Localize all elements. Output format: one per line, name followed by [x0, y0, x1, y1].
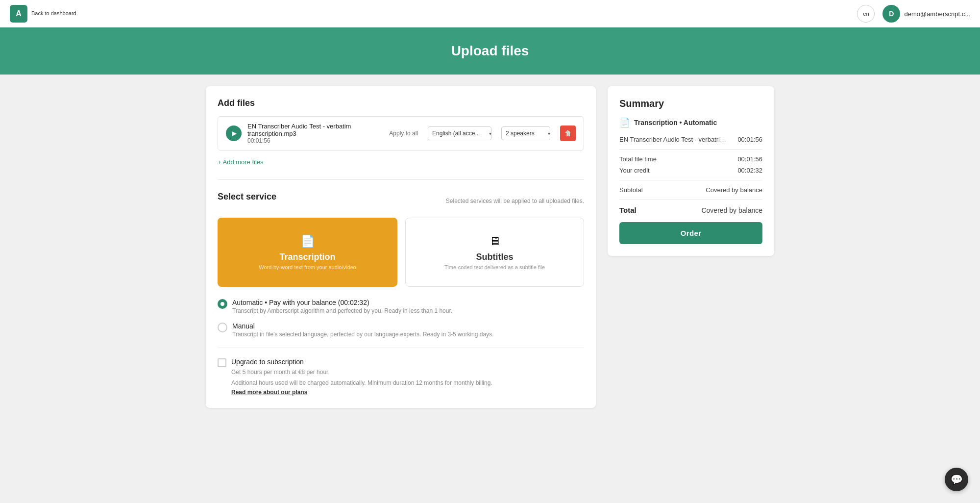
transcription-label: Transcription — [279, 252, 335, 262]
service-header: Select service Selected services will be… — [218, 192, 584, 210]
play-icon: ▶ — [232, 130, 237, 137]
your-credit-label: Your credit — [619, 167, 650, 174]
upgrade-checkbox-row: Upgrade to subscription Get 5 hours per … — [218, 358, 584, 396]
file-duration: 00:01:56 — [247, 137, 383, 144]
service-cards: 📄 Transcription Word-by-word text from y… — [218, 218, 584, 287]
banner: Upload files — [0, 27, 980, 75]
read-more-link[interactable]: Read more about our plans — [231, 389, 307, 396]
manual-option[interactable]: Manual Transcript in file's selected lan… — [218, 322, 584, 338]
total-file-time-label: Total file time — [619, 155, 657, 163]
add-more-files-button[interactable]: + Add more files — [218, 156, 264, 168]
chat-icon: 💬 — [951, 474, 963, 485]
transcription-icon: 📄 — [300, 234, 315, 248]
automatic-option-info: Automatic • Pay with your balance (00:02… — [232, 299, 452, 314]
service-note: Selected services will be applied to all… — [446, 198, 584, 204]
avatar: D — [882, 5, 900, 23]
file-row: ▶ EN Transcriber Audio Test - verbatim t… — [218, 116, 584, 151]
back-to-dashboard[interactable]: A Back to dashboard — [10, 5, 76, 23]
logo-icon: A — [10, 5, 27, 23]
manual-label: Manual — [232, 322, 493, 330]
summary-service-label: Transcription • Automatic — [634, 119, 717, 126]
upgrade-label: Upgrade to subscription — [231, 358, 492, 366]
manual-option-info: Manual Transcript in file's selected lan… — [232, 322, 493, 338]
your-credit-value: 00:02:32 — [737, 167, 762, 174]
subtotal-row: Subtotal Covered by balance — [619, 186, 762, 194]
total-row: Total Covered by balance — [619, 206, 762, 214]
automatic-label: Automatic • Pay with your balance (00:02… — [232, 299, 452, 306]
file-info: EN Transcriber Audio Test - verbatim tra… — [247, 123, 383, 144]
summary-file-time: 00:01:56 — [737, 136, 762, 143]
your-credit-row: Your credit 00:02:32 — [619, 167, 762, 174]
language-button[interactable]: en — [857, 5, 875, 23]
total-label: Total — [619, 206, 637, 214]
summary-file-row: EN Transcriber Audio Test - verbatriptio… — [619, 136, 762, 143]
play-button[interactable]: ▶ — [226, 126, 242, 141]
user-menu-button[interactable]: D demo@amberscript.c... — [882, 5, 970, 23]
total-value: Covered by balance — [701, 206, 762, 214]
subtotal-label: Subtotal — [619, 186, 643, 194]
total-file-time-row: Total file time 00:01:56 — [619, 155, 762, 163]
header: A Back to dashboard en D demo@amberscrip… — [0, 0, 980, 27]
chat-bubble[interactable]: 💬 — [945, 468, 968, 491]
back-label: Back to dashboard — [31, 10, 76, 17]
language-select[interactable]: English (all acce... English (US) Englis… — [428, 126, 491, 140]
total-file-time-value: 00:01:56 — [737, 155, 762, 163]
add-files-section: Add files ▶ EN Transcriber Audio Test - … — [218, 98, 584, 168]
automatic-radio[interactable] — [218, 299, 227, 309]
user-email: demo@amberscript.c... — [904, 10, 970, 18]
subtitles-icon: 🖥 — [489, 234, 501, 248]
summary-divider-2 — [619, 180, 762, 180]
select-service-title: Select service — [218, 192, 276, 202]
language-select-wrapper: English (all acce... English (US) Englis… — [428, 126, 495, 140]
summary-service-badge: 📄 Transcription • Automatic — [619, 117, 762, 128]
manual-desc: Transcript in file's selected language, … — [232, 331, 493, 338]
manual-radio[interactable] — [218, 323, 227, 332]
select-service-section: Select service Selected services will be… — [218, 192, 584, 396]
lang-label: en — [863, 11, 869, 17]
summary-file-name: EN Transcriber Audio Test - verbatriptio… — [619, 136, 727, 143]
left-panel: Add files ▶ EN Transcriber Audio Test - … — [206, 86, 596, 408]
section-divider — [218, 179, 584, 180]
main-content: Add files ▶ EN Transcriber Audio Test - … — [196, 75, 784, 420]
subtotal-value: Covered by balance — [706, 186, 762, 194]
summary-title: Summary — [619, 98, 762, 109]
speakers-select[interactable]: 2 speakers 1 speaker 3 speakers 4 speake… — [501, 126, 550, 140]
speakers-select-wrapper: 2 speakers 1 speaker 3 speakers 4 speake… — [501, 126, 554, 140]
summary-divider-3 — [619, 200, 762, 200]
upgrade-desc2: Additional hours used will be charged au… — [231, 378, 492, 387]
summary-divider-1 — [619, 149, 762, 150]
upgrade-checkbox[interactable] — [218, 358, 226, 367]
transcription-desc: Word-by-word text from your audio/video — [259, 264, 356, 270]
subtitles-card[interactable]: 🖥 Subtitles Time-coded text delivered as… — [405, 218, 584, 287]
delete-file-button[interactable]: 🗑 — [560, 126, 576, 141]
summary-panel: Summary 📄 Transcription • Automatic EN T… — [608, 86, 774, 256]
upgrade-info: Upgrade to subscription Get 5 hours per … — [231, 358, 492, 396]
transcription-card[interactable]: 📄 Transcription Word-by-word text from y… — [218, 218, 397, 287]
summary-service-icon: 📄 — [619, 117, 630, 128]
page-title: Upload files — [10, 43, 970, 59]
automatic-option[interactable]: Automatic • Pay with your balance (00:02… — [218, 299, 584, 314]
upgrade-desc1: Get 5 hours per month at €8 per hour. — [231, 368, 492, 377]
radio-group: Automatic • Pay with your balance (00:02… — [218, 299, 584, 338]
trash-icon: 🗑 — [564, 129, 571, 137]
add-files-title: Add files — [218, 98, 584, 108]
logo-text: A — [16, 9, 22, 18]
upgrade-section: Upgrade to subscription Get 5 hours per … — [218, 348, 584, 396]
subtitles-label: Subtitles — [476, 252, 513, 262]
subtitles-desc: Time-coded text delivered as a subtitle … — [444, 264, 545, 270]
file-name: EN Transcriber Audio Test - verbatim tra… — [247, 123, 383, 137]
apply-to-all-label: Apply to all — [389, 130, 418, 137]
automatic-desc: Transcript by Amberscript algorithm and … — [232, 307, 452, 314]
header-right: en D demo@amberscript.c... — [857, 5, 970, 23]
order-button[interactable]: Order — [619, 222, 762, 244]
